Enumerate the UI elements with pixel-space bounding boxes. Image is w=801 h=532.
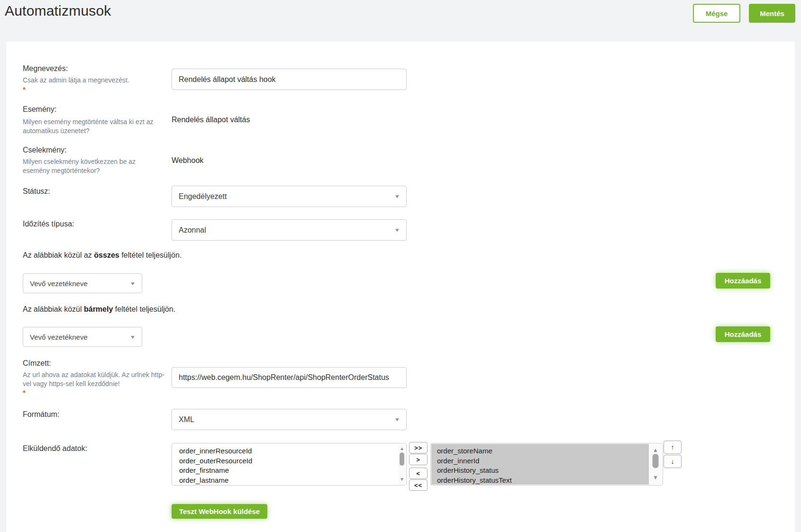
recipient-required-mark: *: [23, 388, 26, 397]
list-item-selected[interactable]: order_storeName: [437, 446, 649, 456]
action-value: Webhook: [172, 156, 203, 165]
chevron-down-icon: ▼: [130, 334, 136, 340]
scroll-down-icon[interactable]: ▼: [653, 474, 658, 481]
timing-select[interactable]: Azonnal ▼: [172, 219, 407, 241]
available-fields-list: order_innerResourceId order_outerResourc…: [173, 444, 398, 485]
selected-scrollbar[interactable]: ▲ ▼: [649, 444, 662, 485]
chevron-down-icon: ▼: [394, 194, 400, 199]
recipient-url-input[interactable]: [172, 367, 407, 388]
scroll-up-icon[interactable]: ▲: [653, 447, 658, 453]
move-up-button[interactable]: ↑: [664, 441, 682, 454]
event-value: Rendelés állapot váltás: [172, 116, 250, 124]
condition-any-select[interactable]: Vevő vezetékneve ▼: [23, 327, 142, 347]
status-select-value: Engedélyezett: [179, 192, 227, 201]
name-required-mark: *: [23, 85, 26, 93]
selected-fields-listbox[interactable]: order_storeName order_innerId orderHisto…: [430, 443, 663, 486]
move-down-button[interactable]: ↓: [664, 455, 682, 468]
format-label: Formátum:: [23, 410, 59, 419]
move-right-button[interactable]: >: [409, 454, 428, 465]
scroll-down-icon[interactable]: ▼: [400, 477, 404, 482]
list-item[interactable]: order_outerResourceId: [179, 456, 398, 466]
chevron-down-icon: ▼: [394, 417, 400, 422]
event-helper: Milyen esemény megtörténte váltsa ki ezt…: [23, 117, 155, 135]
move-all-left-button[interactable]: <<: [409, 479, 428, 491]
chevron-down-icon: ▼: [130, 281, 136, 286]
move-left-button[interactable]: <: [409, 468, 428, 479]
name-label: Megnevezés:: [23, 64, 68, 73]
data-to-send-label: Elküldendő adatok:: [23, 444, 87, 453]
scrollbar-thumb[interactable]: [400, 452, 404, 466]
list-item[interactable]: order_lastname: [179, 476, 398, 485]
event-label: Esemény:: [23, 105, 56, 114]
conditions-all-keyword: összes: [94, 251, 119, 259]
available-fields-listbox[interactable]: order_innerResourceId order_outerResourc…: [172, 443, 407, 486]
timing-label: Időzítés típusa:: [23, 220, 74, 228]
format-select-value: XML: [179, 415, 194, 424]
selected-fields-list: order_storeName order_innerId orderHisto…: [431, 444, 649, 485]
save-button[interactable]: Mentés: [749, 4, 795, 23]
condition-all-select[interactable]: Vevő vezetékneve ▼: [23, 273, 142, 293]
add-condition-all-button[interactable]: Hozzáadás: [716, 273, 770, 289]
name-input[interactable]: [172, 69, 407, 90]
add-condition-any-button[interactable]: Hozzáadás: [716, 326, 770, 342]
format-select[interactable]: XML ▼: [172, 409, 407, 430]
status-select[interactable]: Engedélyezett ▼: [172, 186, 407, 207]
list-item[interactable]: order_innerResourceId: [179, 446, 398, 456]
scrollbar-thumb[interactable]: [653, 454, 659, 468]
test-webhook-button[interactable]: Teszt WebHook küldése: [172, 504, 267, 519]
cancel-button[interactable]: Mégse: [693, 4, 740, 23]
recipient-label: Címzett:: [23, 359, 51, 368]
status-label: Státusz:: [23, 187, 50, 196]
page-title: Automatizmusok: [5, 3, 111, 19]
conditions-any-sentence: Az alábbiak közül bármely feltétel telje…: [23, 305, 175, 314]
action-label: Cselekmény:: [23, 146, 66, 154]
move-all-right-button[interactable]: >>: [409, 442, 428, 453]
list-item-selected[interactable]: order_innerId: [437, 456, 649, 466]
conditions-all-sentence: Az alábbiak közül az összes feltétel tel…: [23, 251, 182, 260]
condition-all-select-value: Vevő vezetékneve: [30, 280, 88, 288]
action-helper: Milyen cselekmény következzen be az esem…: [23, 157, 155, 175]
recipient-helper: Az url ahova az adatokat küldjük. Az url…: [23, 370, 170, 388]
conditions-any-keyword: bármely: [84, 305, 113, 313]
chevron-down-icon: ▼: [394, 227, 400, 233]
automations-page: Automatizmusok Mégse Mentés Megnevezés: …: [0, 0, 801, 532]
timing-select-value: Azonnal: [179, 226, 206, 234]
condition-any-select-value: Vevő vezetékneve: [30, 333, 88, 341]
list-item[interactable]: order_firstname: [179, 466, 398, 476]
available-scrollbar[interactable]: ▲ ▼: [398, 444, 406, 485]
name-helper: Csak az admin látja a megnevezést.: [23, 76, 165, 85]
list-item-selected[interactable]: orderHistory_status: [437, 466, 649, 476]
scroll-up-icon[interactable]: ▲: [400, 446, 404, 451]
list-item-selected[interactable]: orderHistory_statusText: [437, 476, 649, 485]
